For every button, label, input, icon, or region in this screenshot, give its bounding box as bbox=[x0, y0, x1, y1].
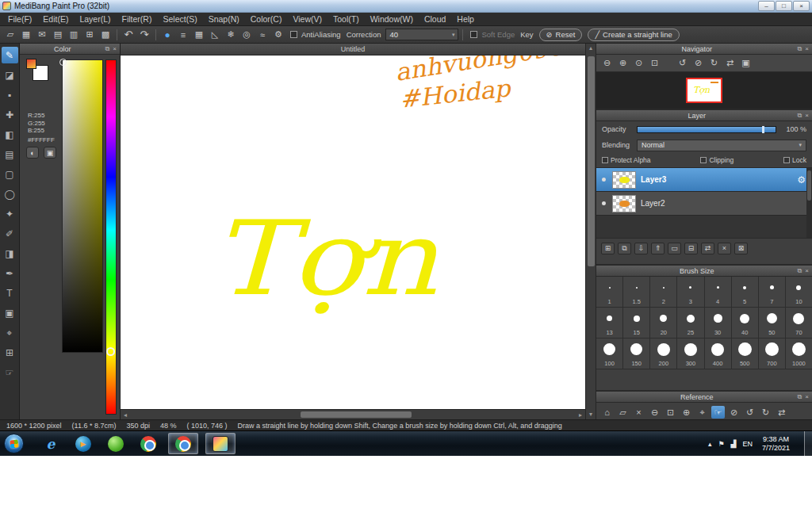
select-tool[interactable]: ▢ bbox=[2, 166, 18, 182]
taskbar-chrome-running[interactable] bbox=[168, 433, 198, 454]
snap-circle-icon[interactable]: ◎ bbox=[239, 29, 254, 41]
brush-size-cell[interactable]: 25 bbox=[677, 308, 703, 338]
menu-tool[interactable]: Tool(T) bbox=[327, 13, 365, 25]
scroll-up-icon[interactable]: ▴ bbox=[589, 44, 592, 53]
canvas-drawing[interactable]: anhvuong098 #Hoidap Tợn bbox=[121, 55, 585, 409]
grid-icon[interactable]: ⊞ bbox=[82, 29, 97, 41]
clear-layer-button[interactable]: × bbox=[718, 243, 731, 254]
snap-radial-icon[interactable]: ❄ bbox=[224, 29, 238, 41]
blending-select[interactable]: Normal ▾ bbox=[637, 140, 806, 151]
menu-file[interactable]: File(F) bbox=[2, 13, 37, 25]
brush-size-cell[interactable]: 500 bbox=[732, 338, 758, 369]
zoom-in-icon[interactable]: ⊕ bbox=[616, 57, 630, 70]
canvas-viewport[interactable]: anhvuong098 #Hoidap Tợn bbox=[121, 55, 585, 409]
brush-size-cell[interactable]: 1000 bbox=[786, 338, 812, 369]
layer-thumbnail[interactable] bbox=[612, 171, 636, 189]
rotate-reset-icon[interactable]: ⊘ bbox=[727, 406, 741, 419]
taskbar-green-app[interactable] bbox=[103, 433, 128, 454]
export-icon[interactable]: ▥ bbox=[67, 29, 81, 41]
snap-grid-icon[interactable]: ▦ bbox=[192, 29, 206, 41]
merge-layer-button[interactable]: ⊟ bbox=[684, 243, 698, 254]
brush-size-cell[interactable]: 100 bbox=[596, 338, 622, 369]
layer-list-scrollbar[interactable] bbox=[806, 168, 812, 238]
scroll-left-icon[interactable]: ◂ bbox=[121, 411, 130, 419]
brush-size-cell[interactable]: 15 bbox=[623, 308, 649, 338]
brush-tool[interactable]: ✎ bbox=[2, 47, 18, 63]
snap-settings-icon[interactable]: ⚙ bbox=[271, 29, 285, 41]
maximize-button[interactable]: □ bbox=[776, 1, 792, 11]
layer-name[interactable]: Layer3 bbox=[641, 175, 792, 184]
brush-size-cell[interactable]: 1 bbox=[596, 277, 622, 307]
menu-window[interactable]: Window(W) bbox=[365, 13, 419, 25]
taskbar-ie[interactable]: e bbox=[38, 433, 63, 454]
select-eraser-tool[interactable]: ◨ bbox=[2, 245, 18, 262]
brush-size-cell[interactable]: 70 bbox=[786, 308, 812, 338]
horizontal-scroll-thumb[interactable] bbox=[301, 411, 412, 418]
eyedropper-tool[interactable]: ⌖ bbox=[2, 324, 18, 341]
magic-wand-tool[interactable]: ✦ bbox=[2, 205, 18, 222]
protect-alpha-checkbox[interactable]: Protect Alpha bbox=[602, 156, 651, 164]
antialiasing-checkbox[interactable] bbox=[290, 31, 297, 38]
brush-size-cell[interactable]: 40 bbox=[732, 308, 758, 338]
redo-button[interactable]: ↷ bbox=[137, 29, 151, 41]
navigator-view-rect[interactable]: Tợn bbox=[686, 78, 722, 103]
rotate-reset-icon[interactable]: ⊘ bbox=[691, 57, 705, 70]
gradient-tool[interactable]: ▤ bbox=[2, 146, 18, 163]
brush-size-cell[interactable]: 2 bbox=[650, 277, 676, 307]
layer-row-layer3[interactable]: Layer3 ⚙ bbox=[596, 168, 812, 192]
add-folder-button[interactable]: ▭ bbox=[668, 243, 681, 254]
brush-size-cell[interactable]: 20 bbox=[650, 308, 676, 338]
soft-edge-checkbox[interactable] bbox=[470, 31, 477, 38]
rotate-left-icon[interactable]: ↺ bbox=[676, 57, 689, 70]
move-tool[interactable]: ✚ bbox=[2, 106, 18, 123]
menu-color[interactable]: Color(C) bbox=[245, 13, 288, 25]
hand-icon[interactable]: ☞ bbox=[711, 406, 725, 419]
panel-close-icon[interactable]: × bbox=[805, 267, 809, 274]
taskbar-medibang-running[interactable] bbox=[205, 433, 236, 454]
minimize-button[interactable]: – bbox=[758, 1, 775, 11]
gear-icon[interactable]: ⚙ bbox=[797, 174, 806, 186]
brush-size-cell[interactable]: 150 bbox=[623, 338, 649, 369]
action-center-icon[interactable]: ⚑ bbox=[718, 440, 724, 448]
correction-select[interactable]: 40 ▾ bbox=[385, 29, 458, 40]
lasso-tool[interactable]: ◯ bbox=[2, 186, 18, 202]
zoom-in-icon[interactable]: ⊕ bbox=[680, 406, 693, 419]
color-wheel-button[interactable]: ◐ bbox=[26, 147, 39, 159]
opacity-slider[interactable] bbox=[637, 126, 776, 133]
lock-checkbox[interactable]: Lock bbox=[783, 156, 806, 164]
reset-button[interactable]: ⊘ Reset bbox=[539, 29, 583, 41]
menu-cloud[interactable]: Cloud bbox=[419, 13, 451, 25]
layer-thumbnail[interactable] bbox=[612, 195, 636, 212]
clipping-checkbox[interactable]: Clipping bbox=[700, 156, 733, 164]
brush-size-cell[interactable]: 13 bbox=[596, 308, 622, 338]
import-layer-button[interactable]: ⇩ bbox=[634, 243, 648, 254]
brush-size-cell[interactable]: 5 bbox=[732, 277, 758, 307]
panel-detach-icon[interactable]: ⧉ bbox=[798, 45, 802, 53]
panel-detach-icon[interactable]: ⧉ bbox=[798, 112, 802, 120]
duplicate-layer-button[interactable]: ⧉ bbox=[618, 243, 631, 254]
start-button[interactable] bbox=[4, 434, 24, 453]
network-icon[interactable]: ▟ bbox=[731, 440, 737, 448]
home-icon[interactable]: ⌂ bbox=[600, 406, 614, 419]
fill-tool[interactable]: ◧ bbox=[2, 126, 18, 143]
foreground-color-swatch[interactable] bbox=[26, 59, 36, 69]
navigator-preview-area[interactable]: Tợn bbox=[596, 72, 812, 109]
brush-tip-icon[interactable]: ● bbox=[160, 29, 174, 41]
taskbar-chrome-pinned[interactable] bbox=[136, 433, 161, 454]
palette-button[interactable]: ▣ bbox=[44, 147, 56, 159]
hand-tool[interactable]: ☞ bbox=[2, 364, 18, 381]
select-pen-tool[interactable]: ✐ bbox=[2, 225, 18, 242]
snap-vanishing-icon[interactable]: ◺ bbox=[208, 29, 222, 41]
brush-size-cell[interactable]: 400 bbox=[705, 338, 731, 369]
operation-tool[interactable]: ▣ bbox=[2, 304, 18, 321]
menu-select[interactable]: Select(S) bbox=[157, 13, 202, 25]
show-hidden-icons[interactable]: ▴ bbox=[708, 440, 712, 448]
zoom-fit-icon[interactable]: ⊡ bbox=[648, 57, 661, 70]
flip-icon[interactable]: ⇄ bbox=[775, 406, 788, 419]
dot-tool[interactable]: ▪ bbox=[2, 86, 18, 103]
layer-list-scroll-thumb[interactable] bbox=[807, 170, 811, 201]
panel-detach-icon[interactable]: ⧉ bbox=[798, 267, 802, 275]
panel-close-icon[interactable]: × bbox=[805, 112, 809, 119]
transform-icon[interactable]: ▩ bbox=[98, 29, 113, 41]
vertical-scrollbar[interactable]: ▴ ▾ bbox=[585, 44, 596, 419]
